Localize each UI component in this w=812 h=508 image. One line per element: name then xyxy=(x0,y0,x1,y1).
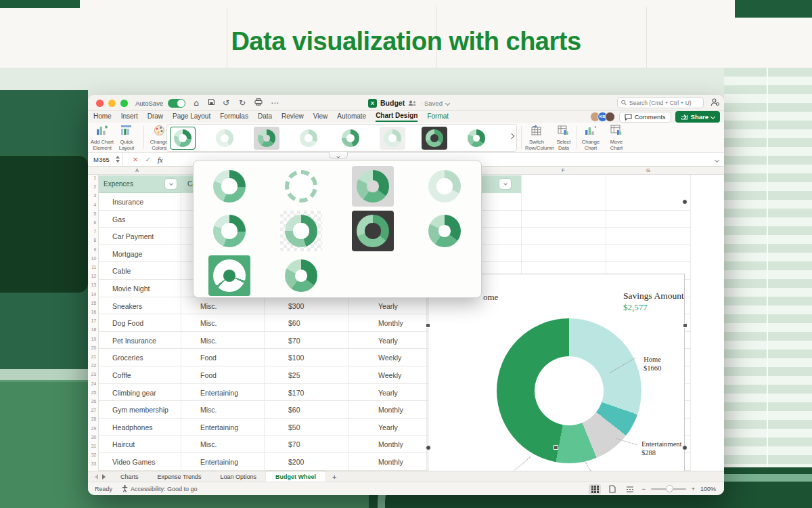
chart-style-option[interactable] xyxy=(352,211,394,251)
sheet-tab-charts[interactable]: Charts xyxy=(111,471,148,482)
table-cell[interactable]: $300 xyxy=(288,302,304,310)
zoom-slider[interactable] xyxy=(651,488,686,490)
confirm-formula-icon[interactable]: ✓ xyxy=(145,156,150,163)
formula-bar-expand-icon[interactable] xyxy=(715,158,719,163)
chart-style-thumb[interactable] xyxy=(254,127,279,150)
share-button[interactable]: Share xyxy=(675,111,720,123)
row-number[interactable]: 26 xyxy=(88,399,98,404)
chart-style-option[interactable] xyxy=(208,166,250,207)
column-header[interactable]: G xyxy=(646,167,650,173)
ribbon-tab-insert[interactable]: Insert xyxy=(121,112,138,121)
table-cell[interactable]: Headphones xyxy=(112,423,153,431)
row-number-column[interactable]: 1234567891011121314151617181920212223242… xyxy=(88,175,99,471)
expenses-header-cell[interactable]: Expences xyxy=(99,175,181,193)
row-number[interactable]: 13 xyxy=(88,282,98,287)
zoom-level[interactable]: 100% xyxy=(700,486,716,492)
chart-style-option[interactable] xyxy=(280,255,322,296)
document-title[interactable]: Budget xyxy=(380,99,405,107)
table-cell[interactable]: Gas xyxy=(112,215,125,224)
autosave-toggle[interactable] xyxy=(168,99,185,108)
table-cell[interactable]: Yearly xyxy=(378,389,398,397)
column-header[interactable]: F xyxy=(562,167,565,173)
minimize-window-button[interactable] xyxy=(108,100,116,107)
table-cell[interactable]: $50 xyxy=(288,423,300,431)
row-number[interactable]: 11 xyxy=(88,265,98,270)
selection-handle[interactable] xyxy=(426,323,430,328)
chart-style-thumb[interactable] xyxy=(422,127,447,150)
table-cell[interactable]: Entertaining xyxy=(200,458,238,466)
selection-handle[interactable] xyxy=(426,445,431,450)
ribbon-tab-data[interactable]: Data xyxy=(258,112,272,121)
chart-style-option[interactable] xyxy=(424,166,466,207)
row-number[interactable]: 15 xyxy=(88,301,98,305)
sheet-tab-loan-options[interactable]: Loan Options xyxy=(211,471,267,482)
collaborator-avatars[interactable]: KB xyxy=(590,112,615,122)
chart-style-thumb[interactable] xyxy=(338,127,363,150)
gallery-scroll-icon[interactable] xyxy=(509,133,514,139)
normal-view-button[interactable] xyxy=(589,484,601,494)
table-cell[interactable]: $70 xyxy=(288,337,300,345)
move-chart-button[interactable]: Move Chart xyxy=(605,125,628,152)
table-cell[interactable]: Movie Night xyxy=(112,284,150,293)
table-cell[interactable]: $70 xyxy=(288,440,300,448)
undo-icon[interactable]: ↺ xyxy=(221,98,231,108)
selection-handle[interactable] xyxy=(554,445,558,450)
page-layout-view-button[interactable] xyxy=(606,484,618,494)
table-cell[interactable]: Sneakers xyxy=(112,302,142,310)
table-cell[interactable]: Mortgage xyxy=(112,250,142,258)
table-cell[interactable]: Food xyxy=(200,371,217,379)
row-number[interactable]: 4 xyxy=(88,203,98,207)
table-cell[interactable]: Yearly xyxy=(378,423,398,431)
next-sheet-icon[interactable] xyxy=(102,474,106,480)
table-cell[interactable]: Insurance xyxy=(112,198,143,206)
column-header[interactable]: A xyxy=(135,167,139,173)
ribbon-tab-chart-design[interactable]: Chart Design xyxy=(376,112,418,122)
table-cell[interactable]: Pet Insurance xyxy=(112,337,156,345)
cancel-formula-icon[interactable]: ✕ xyxy=(133,156,138,163)
avatar[interactable] xyxy=(605,112,615,122)
ribbon-tab-formulas[interactable]: Formulas xyxy=(220,112,248,121)
row-number[interactable]: 22 xyxy=(88,363,98,368)
ribbon-tab-format[interactable]: Format xyxy=(427,112,449,121)
chart-style-option[interactable] xyxy=(424,211,466,251)
zoom-slider-knob[interactable] xyxy=(666,485,673,492)
selection-handle[interactable] xyxy=(682,199,687,205)
row-number[interactable]: 19 xyxy=(88,337,98,341)
comments-button[interactable]: Comments xyxy=(619,112,671,123)
table-cell[interactable]: Monthly xyxy=(378,319,403,327)
table-cell[interactable]: Weekly xyxy=(378,371,401,379)
insert-function-icon[interactable]: fx xyxy=(158,156,163,164)
selection-handle[interactable] xyxy=(683,323,687,328)
name-box[interactable]: M365 xyxy=(88,153,123,167)
table-cell[interactable]: Monthly xyxy=(378,458,403,466)
table-cell[interactable]: Dog Food xyxy=(112,319,143,327)
chart-style-option[interactable] xyxy=(352,166,394,207)
donut-chart[interactable] xyxy=(497,318,641,463)
page-break-view-button[interactable] xyxy=(624,484,636,494)
select-data-button[interactable]: Select Data xyxy=(552,125,575,152)
table-cell[interactable]: $60 xyxy=(288,319,300,327)
table-cell[interactable]: Cable xyxy=(112,267,131,275)
add-chart-element-button[interactable]: Add Chart Element xyxy=(91,125,114,152)
account-icon[interactable] xyxy=(710,98,719,108)
row-number[interactable]: 23 xyxy=(88,372,98,377)
row-number[interactable]: 6 xyxy=(88,220,98,225)
table-cell[interactable]: $100 xyxy=(288,354,304,362)
name-box-stepper[interactable] xyxy=(116,156,120,163)
table-cell[interactable]: $170 xyxy=(288,389,304,397)
table-cell[interactable]: Monthly xyxy=(378,440,403,448)
row-number[interactable]: 21 xyxy=(88,354,98,359)
table-cell[interactable]: Yearly xyxy=(378,302,398,310)
row-number[interactable]: 25 xyxy=(88,390,98,395)
filter-dropdown-button[interactable] xyxy=(165,179,177,189)
chart-style-thumb[interactable] xyxy=(212,127,238,150)
ribbon-tab-view[interactable]: View xyxy=(313,112,328,121)
row-number[interactable]: 16 xyxy=(88,310,98,314)
table-cell[interactable]: Misc. xyxy=(200,337,217,345)
prev-sheet-icon[interactable] xyxy=(95,474,98,480)
table-cell[interactable]: Misc. xyxy=(200,406,217,414)
table-cell[interactable]: Entertaining xyxy=(200,389,238,397)
table-cell[interactable]: Weekly xyxy=(378,354,401,362)
row-number[interactable]: 5 xyxy=(88,211,98,216)
row-number[interactable]: 7 xyxy=(88,229,98,234)
